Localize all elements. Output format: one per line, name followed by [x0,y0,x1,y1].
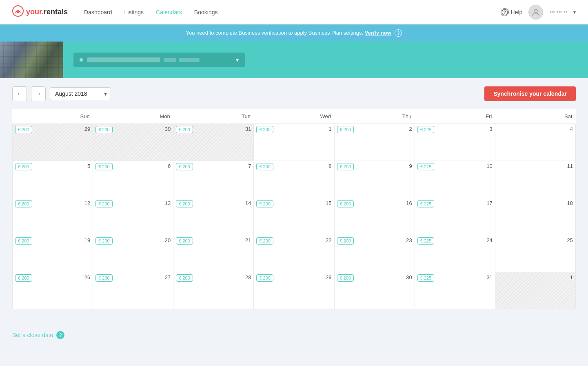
table-row[interactable]: € 20023 [334,235,415,272]
table-row[interactable]: € 2002 [334,124,415,161]
price-badge[interactable]: € 200 [176,200,193,207]
price-badge[interactable]: € 200 [95,200,113,207]
table-row[interactable]: € 2007 [173,161,254,198]
price-badge[interactable]: € 200 [95,126,113,133]
table-row[interactable]: € 22517 [415,198,495,235]
table-row[interactable]: 1 [495,272,575,309]
table-row[interactable]: € 20031 [173,124,254,161]
table-row[interactable]: 18 [495,198,575,235]
day-number: 29 [84,126,90,132]
table-row[interactable]: 25 [495,235,575,272]
day-number: 19 [84,237,90,243]
nav-listings[interactable]: Listings [124,9,144,15]
price-badge[interactable]: € 200 [95,163,113,170]
price-badge[interactable]: € 200 [176,274,193,282]
help-button[interactable]: Help [501,8,523,16]
table-row[interactable]: € 20015 [254,198,334,235]
property-selector[interactable]: ▾ [73,53,245,67]
day-number: 20 [165,237,171,243]
price-badge[interactable]: € 200 [256,237,273,245]
table-row[interactable]: € 20029 [13,124,93,161]
day-number: 4 [570,126,573,132]
verify-now-link[interactable]: Verify now [365,30,391,36]
price-badge[interactable]: € 200 [95,274,113,282]
day-number: 6 [168,163,171,169]
property-status-dot [80,58,83,62]
price-badge[interactable]: € 225 [417,237,435,245]
table-row[interactable]: € 2005 [13,161,93,198]
svg-point-1 [17,11,19,13]
sync-calendar-button[interactable]: Synchronise your calendar [484,86,576,101]
table-row[interactable]: € 20013 [93,198,173,235]
table-row[interactable]: € 20028 [173,272,254,309]
table-row[interactable]: € 20021 [173,235,254,272]
table-row[interactable]: € 20029 [254,272,334,309]
price-badge[interactable]: € 200 [337,163,354,170]
price-badge[interactable]: € 200 [337,126,354,133]
day-number: 21 [245,237,251,243]
calendar-footer: Set a close date ? [0,323,588,347]
nav-bookings[interactable]: Bookings [194,9,218,15]
table-row[interactable]: € 2008 [254,161,334,198]
table-row[interactable]: € 20020 [93,235,173,272]
price-badge[interactable]: € 200 [256,274,273,282]
day-number: 28 [245,274,251,280]
price-badge[interactable]: € 200 [256,126,273,133]
table-row[interactable]: 11 [495,161,575,198]
table-row[interactable]: € 20022 [254,235,334,272]
table-row[interactable]: € 20027 [93,272,173,309]
banner-help-icon[interactable]: ? [395,29,402,37]
price-badge[interactable]: € 200 [337,200,354,207]
price-badge[interactable]: € 225 [417,200,435,207]
nav-dashboard[interactable]: Dashboard [84,9,112,15]
day-number: 29 [326,274,331,280]
price-badge[interactable]: € 200 [176,237,193,245]
day-number: 23 [406,237,412,243]
price-badge[interactable]: € 200 [176,163,193,170]
price-badge[interactable]: € 200 [15,200,32,207]
table-row[interactable]: € 22510 [415,161,495,198]
table-row[interactable]: € 20019 [13,235,93,272]
price-badge[interactable]: € 225 [417,274,435,282]
price-badge[interactable]: € 225 [417,163,435,170]
day-number: 27 [165,274,171,280]
price-badge[interactable]: € 200 [256,200,273,207]
price-badge[interactable]: € 200 [337,237,354,245]
price-badge[interactable]: € 200 [256,163,273,170]
property-image [0,42,63,78]
day-number: 30 [406,274,412,280]
next-month-button[interactable]: → [31,86,46,101]
table-row[interactable]: € 2001 [254,124,334,161]
nav-calendars[interactable]: Calendars [156,9,182,15]
table-row[interactable]: € 2253 [415,124,495,161]
table-row[interactable]: € 20012 [13,198,93,235]
table-row[interactable]: € 2006 [93,161,173,198]
price-badge[interactable]: € 200 [15,163,32,170]
table-row[interactable]: 4 [495,124,575,161]
day-number: 26 [84,274,90,280]
day-number: 14 [245,200,251,206]
table-row[interactable]: € 20026 [13,272,93,309]
logo[interactable]: your.rentals [12,5,68,19]
price-badge[interactable]: € 200 [337,274,354,282]
month-select[interactable]: August 2018 [50,87,111,100]
price-badge[interactable]: € 200 [15,237,32,245]
set-close-date[interactable]: Set a close date ? [12,331,576,339]
table-row[interactable]: € 20014 [173,198,254,235]
price-badge[interactable]: € 200 [15,126,32,133]
day-number: 31 [245,126,251,132]
table-row[interactable]: € 22531 [415,272,495,309]
price-badge[interactable]: € 200 [176,126,193,133]
close-date-help-icon[interactable]: ? [56,331,64,339]
table-row[interactable]: € 20030 [334,272,415,309]
table-row[interactable]: € 2009 [334,161,415,198]
price-badge[interactable]: € 200 [15,274,32,282]
user-dropdown-arrow[interactable]: ▾ [573,9,576,15]
table-row[interactable]: € 20030 [93,124,173,161]
calendar-week-row: € 20012€ 20013€ 20014€ 20015€ 20016€ 225… [13,198,576,235]
price-badge[interactable]: € 200 [95,237,113,245]
table-row[interactable]: € 22524 [415,235,495,272]
table-row[interactable]: € 20016 [334,198,415,235]
prev-month-button[interactable]: ← [12,86,27,101]
price-badge[interactable]: € 225 [417,126,435,133]
